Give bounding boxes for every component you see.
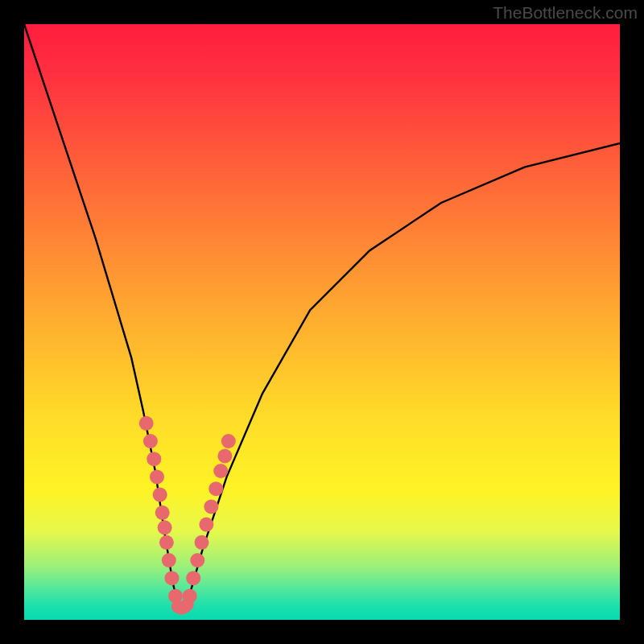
- data-point: [204, 499, 218, 514]
- data-point: [158, 520, 172, 535]
- data-point: [150, 469, 164, 484]
- data-point: [208, 481, 223, 496]
- chart-svg: [24, 24, 620, 620]
- data-point: [181, 598, 194, 611]
- data-point: [199, 518, 213, 532]
- data-point: [165, 571, 180, 585]
- data-point: [186, 571, 200, 585]
- data-point: [143, 434, 158, 448]
- data-point: [190, 553, 204, 568]
- left-cluster-dots: [139, 416, 183, 604]
- data-point: [221, 434, 236, 448]
- data-point: [195, 535, 209, 550]
- data-point: [213, 464, 228, 478]
- data-point: [147, 452, 161, 466]
- data-point: [139, 416, 154, 431]
- data-point: [153, 488, 167, 502]
- plot-area: [24, 24, 620, 620]
- data-point: [155, 506, 170, 520]
- bottleneck-curve: [24, 24, 620, 608]
- data-point: [162, 553, 176, 568]
- data-point: [217, 449, 232, 464]
- right-cluster-dots: [183, 434, 236, 603]
- watermark-text: TheBottleneck.com: [493, 3, 638, 23]
- data-point: [159, 535, 174, 550]
- chart-frame: TheBottleneck.com: [0, 0, 644, 644]
